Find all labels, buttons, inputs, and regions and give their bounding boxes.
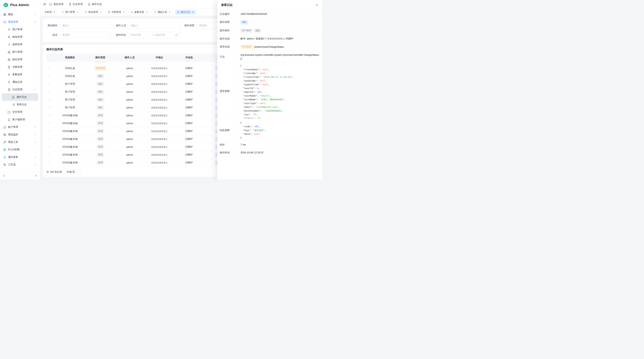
- detail-row-time: 操作时间 2024-10-06 12:20:37: [217, 149, 322, 157]
- type-tag: 修改: [96, 90, 104, 94]
- status-filter-select[interactable]: 请选择: [60, 32, 112, 38]
- sidebar-item-menus[interactable]: 菜单管理: [2, 41, 38, 48]
- row-checkbox[interactable]: [49, 122, 52, 125]
- tab-analysis[interactable]: 分析页: [42, 10, 58, 15]
- breadcrumb-item-logs[interactable]: 日志管理: [68, 3, 83, 6]
- tab-operation-log[interactable]: 操作日志: [175, 10, 196, 15]
- module-filter-input[interactable]: [60, 22, 112, 29]
- method-value: org.dromara.system.controller.system.Sys…: [238, 51, 322, 62]
- chevron-up-icon: [34, 21, 37, 23]
- sidebar-item-dictionary[interactable]: 字典管理: [2, 63, 38, 71]
- tab-roles[interactable]: 角色管理: [82, 10, 104, 15]
- sidebar-item-overview[interactable]: 概览: [2, 11, 38, 18]
- detail-row-cost: 耗时 7 ms: [217, 141, 322, 149]
- tab-users[interactable]: 用户管理: [60, 10, 81, 15]
- sidebar-item-workflow[interactable]: 工作流: [2, 161, 38, 168]
- chevron-down-icon: [34, 133, 37, 136]
- time-range-picker[interactable]: 开始日期 结束日期: [128, 32, 180, 38]
- sidebar-item-system[interactable]: 系统管理: [2, 18, 38, 26]
- collapse-sidebar-button[interactable]: [2, 174, 5, 177]
- close-tab-icon[interactable]: [169, 11, 171, 13]
- row-checkbox[interactable]: [49, 130, 52, 132]
- row-checkbox[interactable]: [49, 138, 52, 140]
- users-icon: [8, 35, 10, 39]
- sidebar-item-tenants[interactable]: 租户管理: [2, 123, 38, 131]
- http-method-tag: PUT请求: [240, 45, 252, 49]
- org-tree-icon: [8, 51, 10, 54]
- close-tab-icon[interactable]: [146, 11, 148, 13]
- sidebar-item-users[interactable]: 用户管理: [2, 26, 38, 33]
- operator-filter-label: 操作人员: [114, 24, 128, 27]
- login-icon: [12, 103, 15, 106]
- type-tag: 新增: [96, 161, 104, 165]
- row-checkbox[interactable]: [49, 67, 52, 69]
- pin-icon[interactable]: [53, 11, 56, 13]
- row-checkbox[interactable]: [49, 161, 52, 164]
- detail-row-method: 方法 org.dromara.system.controller.system.…: [217, 51, 322, 63]
- sidebar-item-login-log[interactable]: 登录日志: [2, 101, 38, 108]
- drawer-title: 查看日志: [221, 3, 232, 7]
- sidebar-item-notices[interactable]: 通知公告: [2, 78, 38, 86]
- cost-value: 7 ms: [238, 141, 322, 149]
- user-icon: [8, 28, 10, 31]
- row-checkbox[interactable]: [49, 146, 52, 148]
- breadcrumb-item-operation-log[interactable]: 操作日志: [88, 3, 102, 6]
- select-all-checkbox[interactable]: [49, 56, 52, 59]
- row-checkbox[interactable]: [49, 61, 52, 62]
- close-tab-icon[interactable]: [122, 11, 125, 13]
- sidebar-item-plus-website[interactable]: PLUS官网: [2, 146, 38, 153]
- chevron-down-icon: [34, 156, 37, 159]
- close-tab-icon[interactable]: [76, 11, 79, 13]
- logo[interactable]: Plus Admin: [0, 0, 40, 10]
- row-checkbox[interactable]: [49, 114, 52, 117]
- sidebar-item-parameters[interactable]: 参数设置: [2, 71, 38, 78]
- row-checkbox[interactable]: [49, 106, 52, 109]
- sidebar-item-files[interactable]: 文件管理: [2, 108, 38, 116]
- sidebar-item-departments[interactable]: 部门管理: [2, 48, 38, 56]
- type-tag: 修改: [96, 98, 104, 102]
- row-checkbox[interactable]: [49, 98, 52, 101]
- breadcrumb: 系统管理 日志管理 操作日志: [49, 3, 102, 6]
- tab-dictionary[interactable]: 字典管理: [106, 10, 127, 15]
- chevron-down-icon: [76, 171, 79, 173]
- menu-list-icon: [8, 43, 10, 46]
- sidebar-item-logs[interactable]: 日志管理: [2, 86, 38, 93]
- row-checkbox[interactable]: [49, 83, 52, 85]
- close-tab-icon[interactable]: [100, 11, 102, 13]
- sidebar-item-test-menu[interactable]: 测试菜单: [2, 153, 38, 161]
- operator-filter-input[interactable]: [128, 22, 180, 29]
- book-icon: [108, 11, 110, 13]
- pin-sidebar-button[interactable]: [34, 174, 38, 177]
- row-checkbox[interactable]: [49, 75, 52, 77]
- monitor-icon: [3, 20, 6, 23]
- sidebar-item-clients[interactable]: 客户端管理: [2, 116, 38, 123]
- sidebar-item-tools[interactable]: 系统工具: [2, 138, 38, 146]
- sidebar-item-operation-log[interactable]: 操作日志: [2, 93, 38, 101]
- grid-icon: [3, 13, 6, 16]
- tab-parameters[interactable]: 参数设置: [128, 10, 150, 15]
- home-icon: [3, 126, 6, 129]
- request-params-code[interactable]: { "createDept": null, "createBy": null, …: [240, 64, 321, 118]
- close-tab-icon[interactable]: [192, 11, 194, 13]
- tab-notices[interactable]: 通知公告: [152, 10, 173, 15]
- chevron-down-icon: [34, 141, 37, 144]
- sidebar-item-posts[interactable]: 岗位管理: [2, 56, 38, 63]
- sidebar-footer: [0, 172, 40, 179]
- book-icon: [8, 66, 10, 69]
- close-drawer-icon[interactable]: [316, 4, 318, 6]
- flask-icon: [3, 156, 6, 159]
- detail-row-request: 请求信息 PUT请求 /system/user/changeStatus: [217, 43, 322, 51]
- page-size-select[interactable]: 20条/页: [64, 169, 80, 175]
- detail-row-result: 操作结果 成功: [217, 18, 322, 26]
- chevron-right-icon: [84, 3, 86, 5]
- row-checkbox[interactable]: [49, 153, 52, 156]
- type-tag: 修改: [96, 74, 104, 78]
- breadcrumb-item-system[interactable]: 系统管理: [49, 3, 63, 6]
- detail-row-response-params: 响应参数 { "code": 200, "msg": "操作成功", "data…: [217, 120, 322, 141]
- col-type: 操作类型: [86, 54, 115, 61]
- double-chevron-left-icon: [2, 174, 5, 177]
- row-checkbox[interactable]: [49, 90, 52, 93]
- sidebar-item-roles[interactable]: 角色管理: [2, 33, 38, 41]
- sidebar-item-monitoring[interactable]: 系统监控: [2, 131, 38, 138]
- menu-toggle-button[interactable]: [43, 2, 46, 6]
